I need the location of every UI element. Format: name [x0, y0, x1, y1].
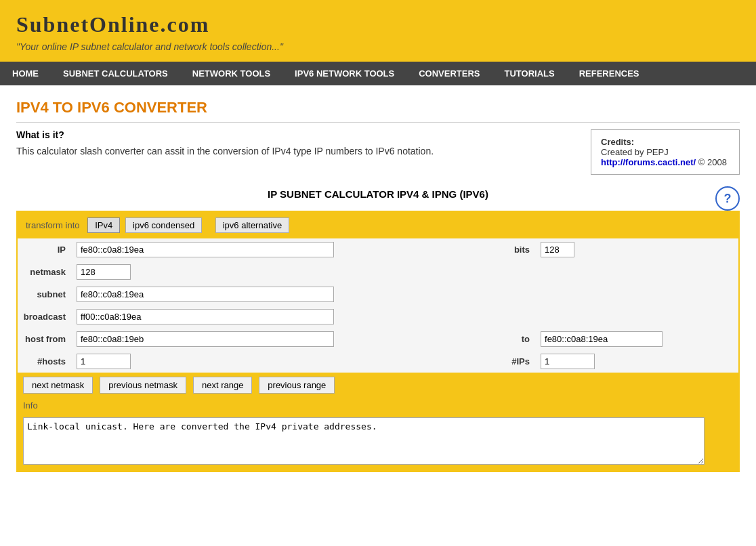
netmask-label: netmask [17, 261, 71, 283]
credits-author: Created by PEPJ [601, 147, 669, 157]
header: SubnetOnline.com "Your online IP subnet … [0, 0, 756, 62]
ip-input[interactable] [77, 242, 334, 257]
bits-input-cell [535, 238, 739, 261]
help-icon[interactable]: ? [715, 186, 740, 211]
page-title: IPV4 TO IPV6 CONVERTER [16, 99, 740, 123]
hosts-label: #hosts [17, 350, 71, 373]
calculator-section: IP SUBNET CALCULATOR IPV4 & IPNG (IPV6) … [16, 188, 740, 472]
info-label-row: Info [17, 398, 739, 413]
bits-input[interactable] [541, 242, 574, 257]
host-from-input-cell [71, 328, 481, 350]
host-to-input[interactable] [541, 331, 663, 347]
host-from-input[interactable] [77, 331, 334, 347]
info-text-cell [17, 413, 739, 471]
ip-input-cell [71, 238, 481, 261]
transform-ipv4-button[interactable]: IPv4 [87, 217, 120, 233]
broadcast-input[interactable] [77, 309, 334, 324]
calculator-table: transform into IPv4 ipv6 condensed ipv6 … [16, 211, 740, 472]
info-textarea[interactable] [23, 417, 705, 465]
nav-bar: HOME SUBNET CALCULATORS NETWORK TOOLS IP… [0, 62, 756, 85]
subnet-row: subnet [17, 283, 739, 306]
calculator-title: IP SUBNET CALCULATOR IPV4 & IPNG (IPV6) [16, 188, 740, 200]
counts-row: #hosts #IPs [17, 350, 739, 373]
subnet-label: subnet [17, 283, 71, 306]
nav-home[interactable]: HOME [0, 62, 51, 85]
next-range-button[interactable]: next range [193, 377, 252, 394]
host-range-row: host from to [17, 328, 739, 350]
nav-converters[interactable]: CONVERTERS [406, 62, 492, 85]
ip-row: IP bits [17, 238, 739, 261]
to-label: to [481, 328, 535, 350]
previous-range-button[interactable]: previous range [259, 377, 335, 394]
broadcast-row: broadcast [17, 306, 739, 328]
main-content: IPV4 TO IPV6 CONVERTER What is it? This … [0, 85, 756, 486]
ips-input[interactable] [541, 354, 595, 369]
next-netmask-button[interactable]: next netmask [23, 377, 93, 394]
ips-input-cell [535, 350, 739, 373]
ips-label: #IPs [481, 350, 535, 373]
site-tagline: "Your online IP subnet calculator and ne… [16, 41, 740, 52]
nav-ipv6-network-tools[interactable]: IPV6 NETWORK TOOLS [282, 62, 406, 85]
broadcast-input-cell [71, 306, 481, 328]
site-title: SubnetOnline.com [16, 12, 740, 37]
transform-ipv6-alternative-button[interactable]: ipv6 alternative [215, 217, 289, 233]
bits-label: bits [481, 238, 535, 261]
description-text: What is it? This calculator slash conver… [16, 129, 577, 175]
transform-row: transform into IPv4 ipv6 condensed ipv6 … [17, 211, 739, 238]
info-text-row [17, 413, 739, 471]
description-section: What is it? This calculator slash conver… [16, 129, 740, 175]
what-is-heading: What is it? [16, 129, 577, 140]
netmask-input[interactable] [77, 264, 131, 280]
credits-link[interactable]: http://forums.cacti.net/ [601, 157, 696, 167]
hosts-input[interactable] [77, 354, 131, 369]
transform-ipv6-condensed-button[interactable]: ipv6 condensed [125, 217, 202, 233]
ip-label: IP [17, 238, 71, 261]
netmask-row: netmask [17, 261, 739, 283]
info-label: Info [17, 398, 739, 413]
credits-title: Credits: [601, 137, 634, 147]
credits-box: Credits: Created by PEPJ http://forums.c… [591, 129, 740, 175]
nav-buttons-cell: next netmask previous netmask next range… [17, 373, 739, 398]
subnet-input[interactable] [77, 287, 334, 302]
host-to-input-cell [535, 328, 739, 350]
description-body: This calculator slash converter can assi… [16, 144, 577, 159]
transform-cell: transform into IPv4 ipv6 condensed ipv6 … [17, 211, 739, 238]
transform-label: transform into [26, 220, 79, 230]
subnet-input-cell [71, 283, 481, 306]
netmask-input-cell [71, 261, 481, 283]
previous-netmask-button[interactable]: previous netmask [100, 377, 186, 394]
nav-network-tools[interactable]: NETWORK TOOLS [180, 62, 282, 85]
host-from-label: host from [17, 328, 71, 350]
hosts-input-cell [71, 350, 481, 373]
nav-tutorials[interactable]: TUTORIALS [492, 62, 567, 85]
nav-buttons-row: next netmask previous netmask next range… [17, 373, 739, 398]
nav-references[interactable]: REFERENCES [567, 62, 652, 85]
nav-subnet-calculators[interactable]: SUBNET CALCULATORS [51, 62, 180, 85]
broadcast-label: broadcast [17, 306, 71, 328]
credits-year: © 2008 [698, 157, 727, 167]
